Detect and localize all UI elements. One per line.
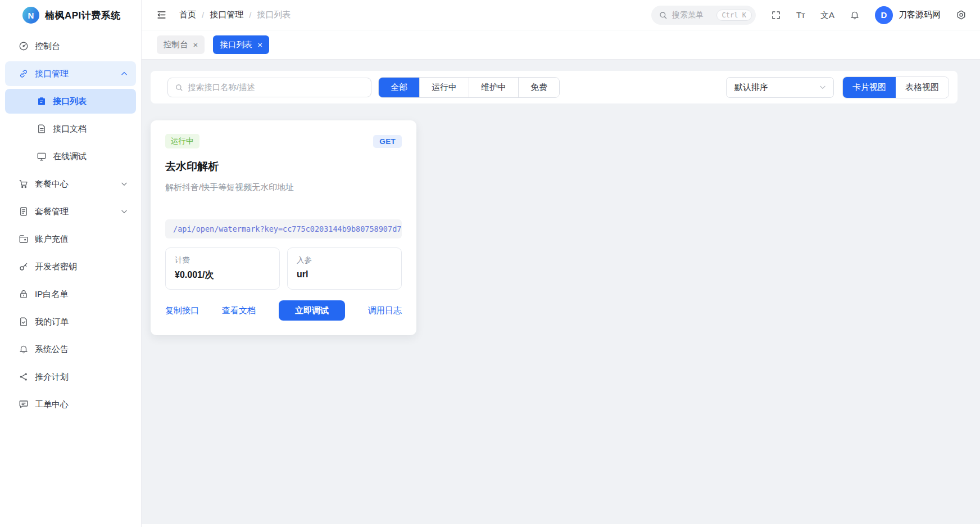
sidebar-item-api-docs[interactable]: 接口文档 [5, 116, 136, 141]
breadcrumb-current: 接口列表 [257, 10, 291, 20]
stat-value: url [297, 269, 392, 280]
menu-search-button[interactable]: 搜索菜单 Ctrl K [651, 6, 756, 25]
order-icon [19, 317, 29, 327]
search-icon [659, 11, 668, 20]
sidebar-item-announcements[interactable]: 系统公告 [5, 337, 136, 362]
wallet-icon [19, 234, 29, 244]
avatar: D [875, 6, 893, 24]
filter-right-controls: 默认排序 卡片视图 表格视图 [726, 76, 949, 98]
tab-dashboard[interactable]: 控制台 × [157, 35, 205, 54]
debug-now-button[interactable]: 立即调试 [279, 300, 345, 321]
sidebar-item-label: 我的订单 [35, 317, 128, 327]
sidebar-item-developer-keys[interactable]: 开发者密钥 [5, 254, 136, 279]
view-docs-link[interactable]: 查看文档 [222, 305, 256, 316]
sort-select[interactable]: 默认排序 [726, 77, 834, 98]
sidebar-item-label: 接口列表 [53, 96, 128, 107]
main-area: 首页 / 接口管理 / 接口列表 搜索菜单 Ctrl K Tᴛ 文A [142, 0, 980, 527]
app-title: 楠枫API计费系统 [45, 9, 121, 22]
sidebar-item-online-debug[interactable]: 在线调试 [5, 144, 136, 169]
sidebar-item-label: 接口管理 [35, 69, 114, 79]
filter-free-button[interactable]: 免费 [518, 78, 559, 97]
filter-maintenance-button[interactable]: 维护中 [469, 78, 518, 97]
lock-icon [19, 289, 29, 299]
sidebar-item-label: IP白名单 [35, 289, 128, 300]
bell-icon [19, 344, 29, 354]
sidebar-item-label: 控制台 [35, 41, 128, 52]
sidebar-item-referral-program[interactable]: 推介计划 [5, 364, 136, 389]
card-view-button[interactable]: 卡片视图 [843, 77, 896, 98]
status-badge: 运行中 [165, 134, 199, 148]
breadcrumb-home[interactable]: 首页 [179, 10, 196, 20]
sidebar-item-ticket-center[interactable]: 工单中心 [5, 392, 136, 417]
app-logo-icon: N [22, 7, 39, 24]
sidebar-item-plan-management[interactable]: 套餐管理 [5, 199, 136, 224]
tab-close-icon[interactable]: × [193, 40, 198, 49]
sidebar-item-plan-center[interactable]: 套餐中心 [5, 172, 136, 196]
filter-all-button[interactable]: 全部 [379, 78, 419, 97]
stat-value: ¥0.001/次 [175, 269, 270, 281]
sidebar: N 楠枫API计费系统 控制台 接口管理 [0, 0, 142, 527]
breadcrumb-separator: / [202, 10, 204, 20]
topbar: 首页 / 接口管理 / 接口列表 搜索菜单 Ctrl K Tᴛ 文A [142, 0, 980, 30]
sidebar-item-label: 系统公告 [35, 344, 128, 355]
share-icon [19, 372, 29, 382]
monitor-icon [37, 151, 47, 161]
filter-toolbar: 全部 运行中 维护中 免费 默认排序 卡片视图 表格视图 [151, 71, 958, 103]
tabbar: 控制台 × 接口列表 × [142, 30, 980, 60]
doc-icon [37, 124, 47, 134]
sidebar-item-ip-whitelist[interactable]: IP白名单 [5, 282, 136, 307]
sidebar-item-label: 接口文档 [53, 124, 128, 134]
notification-bell-icon[interactable] [850, 10, 860, 20]
tab-label: 接口列表 [220, 39, 252, 50]
status-filter-group: 全部 运行中 维护中 免费 [378, 77, 560, 98]
sidebar-item-api-list[interactable]: 接口列表 [5, 89, 136, 114]
sidebar-menu: 控制台 接口管理 接口列表 接 [5, 34, 136, 417]
fullscreen-icon[interactable] [771, 10, 781, 20]
tab-label: 控制台 [164, 39, 188, 50]
app-logo[interactable]: N 楠枫API计费系统 [5, 0, 136, 30]
api-search-input[interactable] [188, 83, 364, 92]
breadcrumb-api-management[interactable]: 接口管理 [210, 10, 243, 20]
call-logs-link[interactable]: 调用日志 [368, 305, 402, 316]
ticket-icon [19, 399, 29, 409]
stat-label: 入参 [297, 255, 392, 265]
tab-api-list[interactable]: 接口列表 × [213, 35, 269, 54]
tab-close-icon[interactable]: × [257, 40, 262, 49]
filter-running-button[interactable]: 运行中 [419, 78, 469, 97]
font-size-icon[interactable]: Tᴛ [796, 11, 805, 19]
user-menu[interactable]: D 刀客源码网 [875, 6, 941, 24]
sidebar-item-dashboard[interactable]: 控制台 [5, 34, 136, 58]
api-link-icon [19, 69, 29, 79]
cart-icon [19, 179, 29, 189]
app-root: N 楠枫API计费系统 控制台 接口管理 [0, 0, 980, 527]
copy-api-link[interactable]: 复制接口 [165, 305, 199, 316]
sidebar-item-api-management[interactable]: 接口管理 [5, 61, 136, 86]
list-icon [37, 96, 47, 106]
api-stats: 计费 ¥0.001/次 入参 url [165, 247, 402, 290]
sort-select-value: 默认排序 [734, 82, 768, 93]
method-badge: GET [373, 135, 402, 148]
billing-stat: 计费 ¥0.001/次 [165, 247, 280, 290]
menu-fold-icon[interactable] [156, 10, 167, 20]
sidebar-item-account-recharge[interactable]: 账户充值 [5, 227, 136, 251]
chevron-down-icon [120, 180, 128, 188]
sidebar-item-label: 推介计划 [35, 372, 128, 382]
sidebar-item-label: 账户充值 [35, 234, 128, 245]
api-search-field [167, 78, 371, 97]
api-card-actions: 复制接口 查看文档 立即调试 调用日志 [165, 300, 402, 321]
content-area: 全部 运行中 维护中 免费 默认排序 卡片视图 表格视图 [142, 60, 980, 527]
chevron-down-icon [819, 83, 827, 91]
settings-gear-icon[interactable] [956, 10, 967, 20]
api-endpoint[interactable]: /api/open/watermark?key=cc775c0203144b9b… [165, 219, 402, 238]
topbar-actions: 搜索菜单 Ctrl K Tᴛ 文A D 刀客源码网 [651, 6, 967, 25]
table-view-button[interactable]: 表格视图 [896, 77, 949, 98]
sidebar-item-my-orders[interactable]: 我的订单 [5, 309, 136, 334]
api-card: 运行中 GET 去水印解析 解析抖音/快手等短视频无水印地址 /api/open… [151, 120, 416, 335]
view-toggle-group: 卡片视图 表格视图 [842, 76, 949, 98]
shortcut-badge: Ctrl K [716, 10, 752, 21]
translate-icon[interactable]: 文A [820, 11, 834, 19]
bottom-strip [142, 524, 980, 527]
dashboard-icon [19, 41, 29, 51]
sidebar-item-label: 开发者密钥 [35, 262, 128, 272]
chevron-down-icon [120, 208, 128, 215]
